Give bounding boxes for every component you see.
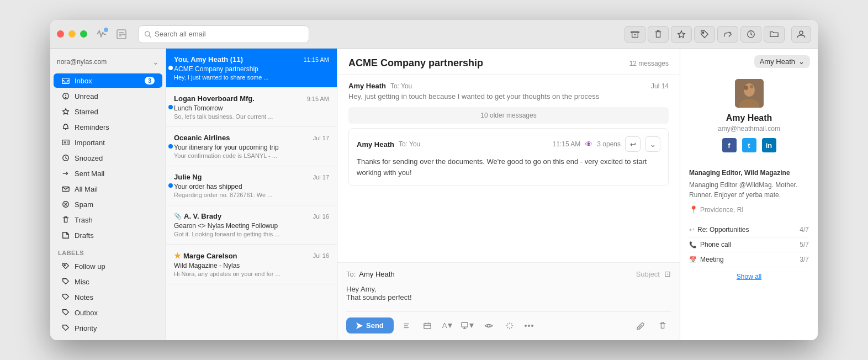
labels-section-header: Labels [50,243,166,258]
svg-line-49 [511,323,512,324]
more-actions-btn[interactable]: ⌄ [645,136,660,152]
attachment-compose-btn[interactable] [632,318,649,333]
compose-to-name: Amy Heath [359,270,394,278]
drafts-icon [61,231,70,240]
email-item[interactable]: Logan Hoverboard Mfg. 9:15 AM Lunch Tomo… [166,88,337,127]
sidebar-item-important[interactable]: Important [54,135,162,150]
star-toolbar-btn[interactable] [671,26,692,43]
sidebar-item-misc[interactable]: Misc [54,274,162,289]
compose-subject-placeholder[interactable]: Subject [636,270,660,278]
compose-expand-btn[interactable]: ⊡ [664,269,671,278]
stat-value: 5/7 [800,241,809,248]
starred-icon [61,107,70,116]
dots-menu-btn[interactable] [522,318,536,333]
thread-stats: 11:15 AM 👁 3 opens ↩ ⌄ [553,136,660,152]
format-icon[interactable] [398,318,415,333]
priority-label: Priority [75,324,155,332]
reminders-label: Reminders [75,123,155,131]
email-preview: Hi Nora, any updates on your end for ... [174,271,329,277]
allmail-label: All Mail [75,185,155,193]
unread-icon [61,92,70,100]
send-button[interactable]: Send [346,317,394,333]
clock-toolbar-btn[interactable] [740,26,761,43]
sidebar-item-trash[interactable]: Trash [54,213,162,227]
account-chevron-icon[interactable]: ⌄ [152,57,159,66]
email-thread: Amy Heath To: You Jul 14 Hey, just getti… [337,75,680,262]
important-label: Important [75,139,155,147]
email-item[interactable]: You, Amy Heath (11) 11:15 AM ACME Compan… [166,49,337,88]
location-icon: 📍 [689,205,698,214]
sidebar-item-drafts[interactable]: Drafts [54,228,162,242]
svg-rect-38 [462,322,468,327]
reply-btn[interactable]: ↩ [625,136,641,152]
sidebar-item-sent[interactable]: Sent Mail [54,166,162,181]
show-all-link[interactable]: Show all [680,267,818,286]
drafts-label: Drafts [75,231,155,240]
stat-row: 📅 Meeting 3/7 [689,252,809,267]
calendar-icon[interactable] [419,318,436,333]
outbox-label: Outbox [75,309,155,317]
archive-toolbar-btn[interactable] [624,26,645,43]
thread-date: Jul 14 [651,82,669,90]
sidebar-item-followup[interactable]: Follow up [54,259,162,273]
location-text: Providence, RI [700,206,744,214]
email-item[interactable]: Oceanic Airlines Jul 17 Your itinerary f… [166,127,337,166]
svg-point-55 [750,85,753,88]
twitter-btn[interactable]: t [742,138,756,152]
forward-toolbar-btn[interactable] [717,26,738,43]
search-input[interactable] [155,30,303,38]
spam-label: Spam [75,200,155,209]
maximize-button[interactable] [80,30,87,38]
close-button[interactable] [57,30,64,38]
title-bar-icons [96,29,127,40]
sparkle-icon[interactable] [501,318,518,333]
sidebar-item-unread[interactable]: Unread [54,89,162,103]
linkedin-btn[interactable]: in [762,138,776,152]
thread-meta: To: You [399,140,420,148]
email-item[interactable]: Julie Ng Jul 17 Your order has shipped R… [166,166,337,205]
compose-body[interactable]: Hey Amy, That sounds perfect! [346,283,671,311]
sidebar-item-notes[interactable]: Notes [54,290,162,304]
sidebar-item-priority[interactable]: Priority [54,321,162,335]
inbox-badge: 3 [145,77,155,84]
sidebar-item-snoozed[interactable]: Snoozed [54,151,162,165]
contact-panel: Amy Heath ⌄ Amy Heath amy@heathmail.com [680,49,818,340]
older-messages-btn[interactable]: 10 older messages [348,107,669,124]
text-format-btn[interactable]: A [440,318,455,333]
email-item[interactable]: 📎 A. V. Brady Jul 16 Gearon <> Nylas Mee… [166,205,337,245]
thread-item-collapsed: Amy Heath To: You Jul 14 Hey, just getti… [348,82,669,100]
activity-icon[interactable] [96,29,107,40]
svg-point-9 [702,32,704,34]
sidebar-item-allmail[interactable]: All Mail [54,182,162,196]
email-sender: Julie Ng [174,173,202,181]
contact-dropdown[interactable]: Amy Heath ⌄ [754,55,810,68]
profile-btn[interactable] [791,26,811,43]
delete-compose-btn[interactable] [654,318,671,333]
eye-compose-icon[interactable] [480,318,497,333]
svg-point-4 [145,31,150,36]
folder-toolbar-btn[interactable] [764,26,785,43]
svg-marker-37 [448,324,452,328]
email-view: ACME Company partnership 12 messages Amy… [337,49,680,340]
insert-btn[interactable] [459,318,476,333]
followup-label: Follow up [75,262,155,271]
meeting-icon: 📅 [689,256,697,263]
email-view-header: ACME Company partnership 12 messages [337,49,680,75]
facebook-btn[interactable]: f [722,138,737,152]
sidebar-item-outbox[interactable]: Outbox [54,305,162,320]
sidebar-item-spam[interactable]: Spam [54,197,162,211]
tag-toolbar-btn[interactable] [694,26,715,43]
minimize-button[interactable] [68,30,76,38]
svg-line-50 [507,327,509,328]
email-preview: Your confirmation code is LSANYL - ... [174,152,329,159]
svg-rect-6 [631,31,639,33]
trash-toolbar-btn[interactable] [648,26,669,43]
compose-icon[interactable] [116,29,127,40]
spam-icon [61,200,70,209]
opens-count: 3 opens [597,140,621,148]
sidebar-item-starred[interactable]: Starred [54,104,162,119]
contact-bio: Managing Editor @WildMag. Mother. Runner… [680,180,818,200]
sidebar-item-reminders[interactable]: Reminders [54,120,162,134]
sidebar-item-inbox[interactable]: Inbox 3 [54,73,162,88]
email-item[interactable]: ★ Marge Carelson Jul 16 Wild Magazine - … [166,245,337,284]
